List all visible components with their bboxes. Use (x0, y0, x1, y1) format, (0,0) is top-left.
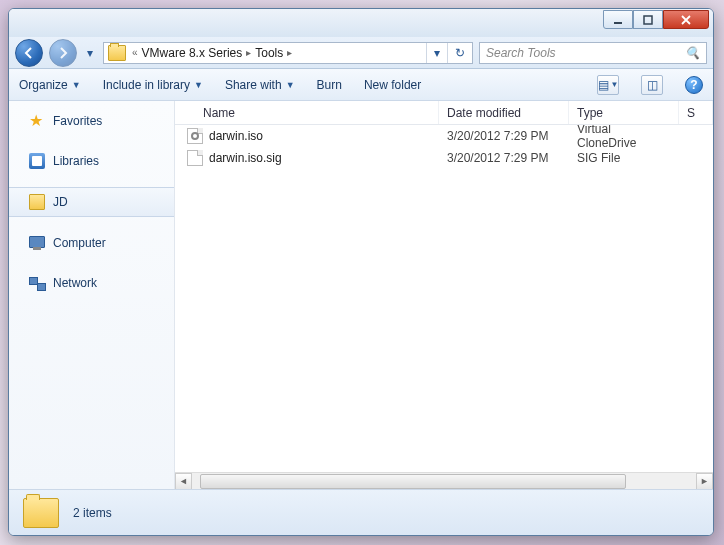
back-button[interactable] (15, 39, 43, 67)
forward-button[interactable] (49, 39, 77, 67)
window-buttons (603, 10, 709, 29)
sidebar-item-network[interactable]: Network (9, 269, 174, 297)
file-icon (187, 150, 203, 166)
breadcrumb: « VMware 8.x Series ▸ Tools ▸ (128, 46, 424, 60)
burn-button[interactable]: Burn (317, 78, 342, 92)
divider (426, 43, 427, 63)
nav-history-dropdown[interactable]: ▾ (83, 43, 97, 63)
folder-icon (23, 498, 59, 528)
sidebar-label: Computer (53, 236, 106, 250)
refresh-button[interactable]: ↻ (450, 46, 470, 60)
sidebar-label: JD (53, 195, 68, 209)
column-name[interactable]: Name (175, 101, 439, 124)
nav-pane: ★ Favorites Libraries JD Computer Networ… (9, 101, 175, 489)
search-placeholder: Search Tools (486, 46, 556, 60)
details-pane: 2 items (9, 489, 713, 535)
network-icon (29, 275, 45, 291)
titlebar (9, 9, 713, 37)
sidebar-label: Favorites (53, 114, 102, 128)
breadcrumb-prefix: « (132, 47, 138, 58)
search-input[interactable]: Search Tools 🔍 (479, 42, 707, 64)
file-icon (187, 128, 203, 144)
new-folder-button[interactable]: New folder (364, 78, 421, 92)
horizontal-scrollbar[interactable]: ◄ ► (175, 472, 713, 489)
scroll-right-button[interactable]: ► (696, 473, 713, 490)
star-icon: ★ (29, 113, 45, 129)
sidebar-item-computer[interactable]: Computer (9, 229, 174, 257)
table-row[interactable]: darwin.iso.sig3/20/2012 7:29 PMSIG File (175, 147, 713, 169)
sidebar-item-user[interactable]: JD (9, 187, 174, 217)
search-icon: 🔍 (685, 46, 700, 60)
file-name: darwin.iso.sig (209, 151, 282, 165)
scroll-left-button[interactable]: ◄ (175, 473, 192, 490)
organize-menu[interactable]: Organize▼ (19, 78, 81, 92)
nav-bar: ▾ « VMware 8.x Series ▸ Tools ▸ ▾ ↻ Sear… (9, 37, 713, 69)
sidebar-label: Libraries (53, 154, 99, 168)
column-headers: Name Date modified Type S (175, 101, 713, 125)
computer-icon (29, 235, 45, 251)
column-type[interactable]: Type (569, 101, 679, 124)
file-date: 3/20/2012 7:29 PM (439, 151, 569, 165)
share-menu[interactable]: Share with▼ (225, 78, 295, 92)
explorer-window: ▾ « VMware 8.x Series ▸ Tools ▸ ▾ ↻ Sear… (8, 8, 714, 536)
help-button[interactable]: ? (685, 76, 703, 94)
chevron-right-icon: ▸ (246, 47, 251, 58)
sidebar-label: Network (53, 276, 97, 290)
breadcrumb-current[interactable]: Tools (255, 46, 283, 60)
column-date[interactable]: Date modified (439, 101, 569, 124)
divider (447, 43, 448, 63)
chevron-down-icon: ▼ (286, 80, 295, 90)
sidebar-item-favorites[interactable]: ★ Favorites (9, 107, 174, 135)
breadcrumb-parent[interactable]: VMware 8.x Series (142, 46, 243, 60)
libraries-icon (29, 153, 45, 169)
maximize-button[interactable] (633, 10, 663, 29)
file-type: SIG File (569, 151, 679, 165)
address-bar[interactable]: « VMware 8.x Series ▸ Tools ▸ ▾ ↻ (103, 42, 473, 64)
sidebar-item-libraries[interactable]: Libraries (9, 147, 174, 175)
file-pane: Name Date modified Type S darwin.iso3/20… (175, 101, 713, 489)
command-bar: Organize▼ Include in library▼ Share with… (9, 69, 713, 101)
file-name: darwin.iso (209, 129, 263, 143)
address-dropdown[interactable]: ▾ (429, 46, 445, 60)
minimize-button[interactable] (603, 10, 633, 29)
chevron-down-icon: ▼ (194, 80, 203, 90)
file-type: Virtual CloneDrive (569, 125, 679, 150)
include-library-menu[interactable]: Include in library▼ (103, 78, 203, 92)
explorer-body: ★ Favorites Libraries JD Computer Networ… (9, 101, 713, 489)
scroll-thumb[interactable] (200, 474, 626, 489)
chevron-right-icon: ▸ (287, 47, 292, 58)
table-row[interactable]: darwin.iso3/20/2012 7:29 PMVirtual Clone… (175, 125, 713, 147)
close-button[interactable] (663, 10, 709, 29)
folder-icon (108, 45, 126, 61)
view-options-button[interactable]: ▤ ▼ (597, 75, 619, 95)
svg-rect-0 (614, 22, 622, 24)
column-size[interactable]: S (679, 101, 713, 124)
file-date: 3/20/2012 7:29 PM (439, 129, 569, 143)
file-list[interactable]: darwin.iso3/20/2012 7:29 PMVirtual Clone… (175, 125, 713, 472)
preview-pane-button[interactable]: ◫ (641, 75, 663, 95)
chevron-down-icon: ▼ (72, 80, 81, 90)
user-folder-icon (29, 194, 45, 210)
scroll-track[interactable] (192, 473, 696, 490)
item-count: 2 items (73, 506, 112, 520)
svg-rect-1 (644, 16, 652, 24)
